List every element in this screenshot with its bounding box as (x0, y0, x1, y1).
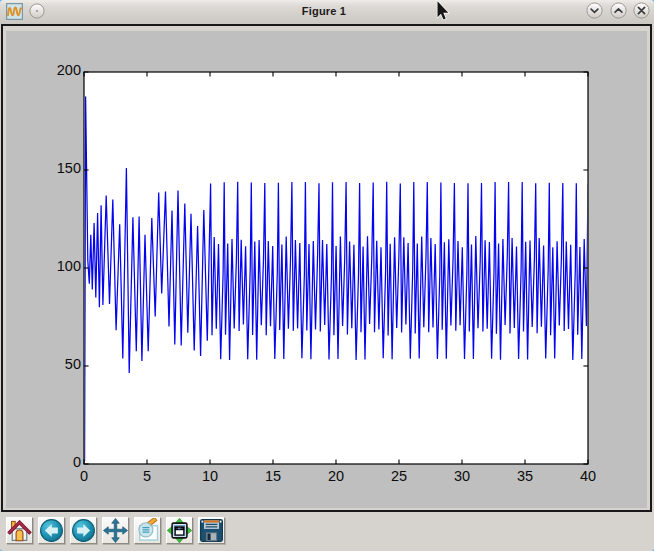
svg-text:10: 10 (202, 468, 218, 484)
svg-text:25: 25 (391, 468, 407, 484)
svg-text:5: 5 (143, 468, 151, 484)
svg-text:30: 30 (454, 468, 470, 484)
svg-text:20: 20 (328, 468, 344, 484)
svg-text:0: 0 (80, 468, 88, 484)
svg-text:200: 200 (57, 62, 81, 78)
svg-text:50: 50 (65, 356, 81, 372)
svg-text:0: 0 (73, 454, 81, 470)
svg-text:15: 15 (265, 468, 281, 484)
svg-text:150: 150 (57, 160, 81, 176)
svg-text:40: 40 (580, 468, 596, 484)
svg-text:100: 100 (57, 258, 81, 274)
svg-text:35: 35 (517, 468, 533, 484)
